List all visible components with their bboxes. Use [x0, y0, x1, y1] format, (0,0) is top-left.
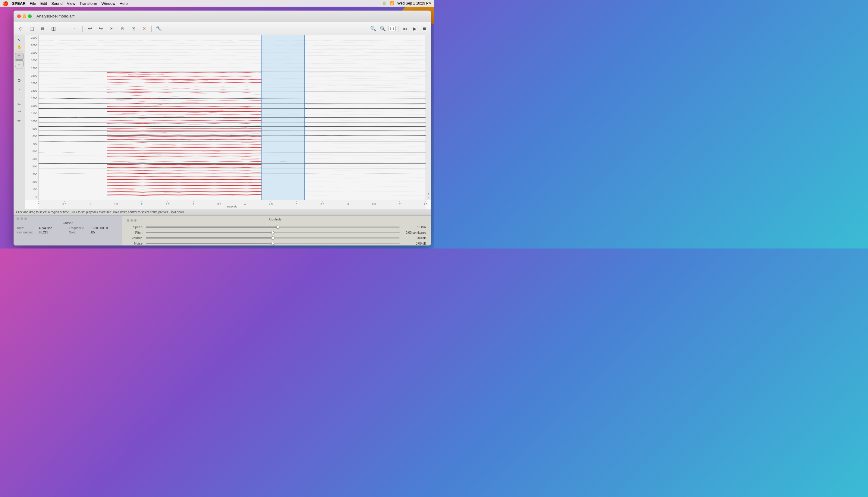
- pitch-label: Pitch:: [127, 231, 144, 234]
- x-tick-label: 5.5: [320, 203, 324, 206]
- volume-value: 0.00 dB: [402, 237, 426, 240]
- y-axis-label: 1900: [25, 52, 38, 54]
- x-tick-label: 4.5: [269, 203, 273, 206]
- hand-tool-btn[interactable]: ✋: [15, 44, 24, 51]
- new-file-btn[interactable]: ◇: [16, 25, 26, 33]
- cursor-time-row: Time: 4.744 sec.: [17, 227, 67, 230]
- y-axis-label: 1700: [25, 67, 38, 70]
- cut-btn[interactable]: ✂: [107, 25, 116, 33]
- cursor-freq-value: 1000.000 Hz: [91, 227, 108, 230]
- noise-value: 0.00 dB: [402, 242, 426, 245]
- menu-window[interactable]: Window: [101, 1, 115, 6]
- toolbar-sep-1: [82, 26, 83, 32]
- x-tick-line: [322, 201, 323, 202]
- menu-file[interactable]: File: [30, 1, 36, 6]
- menu-transform[interactable]: Transform: [79, 1, 97, 6]
- y-axis-label: 900: [25, 128, 38, 130]
- x-tick-label: 3.5: [217, 203, 221, 206]
- y-axis-label: 1600: [25, 74, 38, 77]
- rewind-btn[interactable]: ⏮: [401, 25, 409, 32]
- controls-panel-title: Controls: [136, 217, 414, 221]
- move-down-btn[interactable]: ↓: [15, 94, 24, 100]
- stop-btn[interactable]: ⏹: [420, 25, 429, 32]
- apple-menu[interactable]: 🍎: [2, 1, 9, 6]
- menu-view[interactable]: View: [67, 1, 75, 6]
- x-tick-line: [400, 201, 400, 202]
- pointer-tool-btn[interactable]: ↖: [15, 37, 24, 43]
- cursor-keynum-label: Keynumber:: [17, 231, 38, 234]
- move-left-btn[interactable]: ⇐: [15, 101, 24, 108]
- redo-btn[interactable]: ↪: [96, 25, 105, 33]
- menu-help[interactable]: Help: [120, 1, 128, 6]
- spectrogram-canvas[interactable]: [39, 35, 426, 200]
- x-tick-line: [167, 201, 168, 202]
- x-tick-label: 4: [244, 203, 246, 206]
- y-axis-label: 0: [25, 196, 38, 198]
- zoom-out-btn[interactable]: 🔍: [369, 25, 377, 32]
- x-tick-line: [142, 201, 142, 202]
- cursor-panel-dot-3: [25, 217, 27, 220]
- noise-slider[interactable]: [146, 243, 400, 244]
- battery-icon: 🔋: [382, 1, 387, 5]
- lasso-btn[interactable]: ⊙: [15, 77, 24, 84]
- x-tick-label: 7.5: [424, 203, 428, 206]
- add-partial-btn[interactable]: +: [15, 70, 24, 76]
- export2-btn[interactable]: ←: [70, 25, 80, 33]
- x-tick-line: [374, 201, 374, 202]
- spectrogram-svg: [39, 35, 426, 200]
- menu-spear[interactable]: SPEAR: [12, 1, 26, 6]
- zoom-v-plus-btn[interactable]: +: [428, 193, 429, 196]
- draw-tool-btn[interactable]: ✏: [15, 117, 24, 124]
- pitch-slider[interactable]: [146, 232, 400, 233]
- zoom-ratio-display[interactable]: 1:1: [388, 26, 396, 31]
- controls-panel-dot-3: [134, 219, 136, 222]
- move-right-btn[interactable]: ⇒: [15, 108, 24, 115]
- x-tick-label: 1: [89, 203, 91, 206]
- pitch-value: 0.00 semitones: [402, 231, 426, 234]
- cursor-time-label: Time:: [17, 227, 38, 230]
- spectrogram-container[interactable]: 2100200019001800170016001500140013001200…: [25, 35, 431, 209]
- maximize-button[interactable]: [28, 14, 32, 18]
- import-btn[interactable]: →: [59, 25, 69, 33]
- select-time-btn[interactable]: ⊥: [15, 60, 24, 67]
- volume-label: Volume:: [127, 236, 144, 240]
- menu-edit[interactable]: Edit: [40, 1, 47, 6]
- zoom-v-minus-btn[interactable]: −: [428, 196, 429, 199]
- open-btn[interactable]: ⬚: [27, 25, 36, 33]
- controls-panel: Controls Speed: 1.000x Pitch:: [122, 216, 431, 245]
- controls-panel-dot-2: [131, 219, 133, 222]
- speed-value: 1.000x: [402, 226, 426, 229]
- copy-btn[interactable]: ⎘: [118, 25, 127, 33]
- undo-btn[interactable]: ↩: [85, 25, 94, 33]
- play-btn[interactable]: ▶: [411, 25, 419, 32]
- close-button[interactable]: [17, 14, 21, 18]
- cursor-freq-label: Frequency:: [69, 227, 90, 230]
- paste-btn[interactable]: ⊡: [128, 25, 138, 33]
- menu-sound[interactable]: Sound: [51, 1, 63, 6]
- export-btn[interactable]: ◫: [48, 25, 58, 33]
- minimize-button[interactable]: [23, 14, 26, 18]
- save-btn[interactable]: ⊞: [38, 25, 47, 33]
- speed-slider[interactable]: [146, 227, 400, 228]
- y-axis-label: 400: [25, 165, 38, 168]
- delete-btn[interactable]: ✕: [139, 25, 149, 33]
- cursor-panel: Cursor Time: 4.744 sec. Frequency: 1000.…: [14, 216, 122, 245]
- zoom-in-btn[interactable]: 🔍: [379, 25, 387, 32]
- y-axis-label: 1200: [25, 105, 38, 108]
- menu-bar: 🍎 SPEAR File Edit Sound View Transform W…: [0, 0, 434, 6]
- svg-rect-1: [261, 35, 305, 200]
- toolbar-sep-3: [398, 26, 398, 32]
- volume-slider[interactable]: [146, 237, 400, 239]
- traffic-lights: [17, 14, 32, 18]
- wrench-btn[interactable]: 🔧: [154, 25, 164, 33]
- v-scrollbar[interactable]: [426, 35, 431, 200]
- tool-sep-2: [16, 68, 23, 69]
- cursor-panel-dot-1: [17, 217, 19, 220]
- move-up-btn[interactable]: ↑: [15, 86, 24, 93]
- select-freq-btn[interactable]: T: [15, 53, 24, 60]
- x-tick-label: 5: [296, 203, 297, 206]
- content-area: ↖ ✋ T ⊥ + ⊙ ↑ ↓ ⇐ ⇒ ✏ 210020001900180017…: [14, 35, 431, 209]
- x-tick-line: [348, 201, 349, 202]
- tools-panel: ↖ ✋ T ⊥ + ⊙ ↑ ↓ ⇐ ⇒ ✏: [14, 35, 25, 209]
- zoom-vertical-controls: + −: [426, 192, 431, 200]
